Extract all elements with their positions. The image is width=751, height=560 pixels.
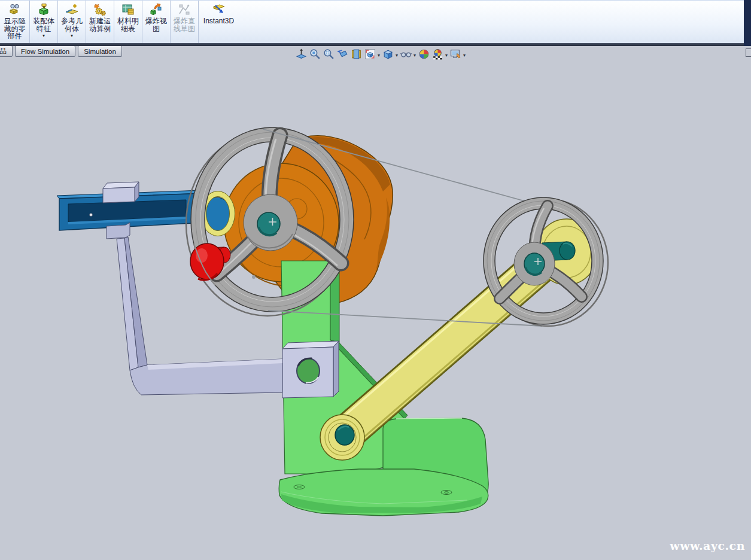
viewport-corner-stub[interactable] [746, 48, 751, 57]
command-manager-ribbon: 显示隐 藏的零 部件 装配体 特征 ▾ 参考几 何体 ▾ [0, 0, 751, 44]
button-label: Instant3D [203, 17, 234, 25]
instant3d-button[interactable]: Instant3D [198, 1, 239, 44]
pivot-pin [335, 425, 354, 445]
new-motion-study-icon [93, 2, 107, 17]
ribbon-bottom-band [0, 43, 751, 46]
tab-label: 产品 [0, 47, 7, 56]
frame-bar-pin-hole [90, 214, 93, 217]
tab-product[interactable]: 产品 [0, 45, 13, 57]
base-wall-top-edge [396, 418, 462, 419]
reference-geometry-button[interactable]: 参考几 何体 ▾ [57, 1, 86, 44]
tab-label: Simulation [84, 48, 116, 55]
button-label: 材料明 细表 [117, 17, 139, 32]
view-settings-caret-icon[interactable]: ▾ [463, 53, 466, 58]
display-style-caret-icon[interactable]: ▾ [396, 53, 398, 58]
new-motion-study-button[interactable]: 新建运 动算例 [86, 1, 114, 44]
hide-show-items-icon[interactable] [400, 48, 412, 60]
explode-line-sketch-button[interactable]: 爆炸直 线草图 [170, 1, 198, 44]
reference-geometry-icon [65, 2, 79, 17]
button-label: 爆炸直 线草图 [174, 17, 195, 32]
assembly-features-icon [37, 2, 51, 17]
normal-to-icon[interactable] [295, 48, 308, 60]
axle-end [560, 242, 575, 260]
ribbon-corner-strip [744, 0, 751, 46]
bill-of-materials-icon [121, 2, 135, 17]
watermark: www.ayc.cn [670, 539, 745, 552]
dropdown-caret-icon[interactable]: ▾ [71, 34, 73, 38]
view-orientation-caret-icon[interactable]: ▾ [378, 53, 380, 58]
knob-highlight [196, 248, 208, 263]
view-orientation-icon[interactable] [364, 48, 376, 60]
instant3d-icon [212, 2, 226, 17]
apply-scene-icon[interactable] [431, 48, 444, 60]
show-hide-components-button[interactable]: 显示隐 藏的零 部件 [0, 1, 29, 44]
button-label: 爆炸视 图 [145, 17, 167, 32]
previous-view-icon[interactable] [336, 48, 349, 60]
edit-appearance-icon[interactable] [418, 48, 430, 60]
explode-line-sketch-icon [177, 2, 191, 17]
dropdown-caret-icon[interactable]: ▾ [42, 34, 45, 38]
display-style-icon[interactable] [382, 48, 394, 60]
exploded-view-button[interactable]: 爆炸视 图 [142, 1, 170, 44]
button-label: 新建运 动算例 [89, 17, 111, 32]
exploded-view-icon [149, 2, 163, 17]
zoom-to-area-icon[interactable] [323, 48, 335, 60]
assembly-features-button[interactable]: 装配体 特征 ▾ [29, 1, 57, 44]
bill-of-materials-button[interactable]: 材料明 细表 [114, 1, 142, 44]
tab-flow-simulation[interactable]: Flow Simulation [15, 45, 75, 57]
origin-point [252, 275, 256, 279]
heads-up-view-toolbar: ▾ ▾ ▾ ▾ ▾ [295, 47, 466, 60]
button-label: 参考几 何体 [61, 17, 83, 32]
tab-simulation[interactable]: Simulation [78, 45, 122, 57]
rod-top-block-front [103, 187, 135, 203]
button-label: 显示隐 藏的零 部件 [4, 17, 26, 40]
zoom-to-fit-icon[interactable] [309, 48, 321, 60]
apply-scene-caret-icon[interactable]: ▾ [445, 53, 448, 58]
view-settings-icon[interactable] [449, 48, 462, 60]
tab-label: Flow Simulation [21, 48, 69, 55]
rod-end-block-side [333, 341, 339, 397]
show-hide-components-icon [8, 2, 22, 17]
button-label: 装配体 特征 [33, 17, 54, 32]
section-view-icon[interactable] [350, 48, 363, 60]
hide-show-items-caret-icon[interactable]: ▾ [413, 53, 416, 58]
viewport-canvas[interactable] [0, 0, 751, 560]
command-manager-tabs: 产品 Flow Simulation Simulation [0, 45, 124, 57]
